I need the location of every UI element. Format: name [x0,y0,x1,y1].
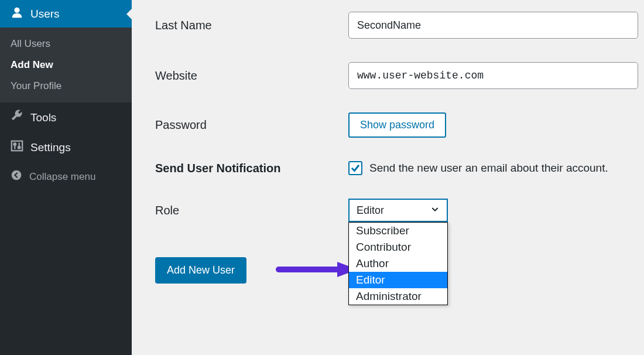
submenu-all-users[interactable]: All Users [0,33,132,54]
sliders-icon [11,139,23,155]
sidebar-item-users[interactable]: Users [0,0,132,28]
label-role: Role [155,204,348,217]
row-last-name: Last Name [155,12,644,39]
row-website: Website [155,62,644,89]
arrow-annotation-icon [276,261,358,281]
role-option-author[interactable]: Author [349,255,447,272]
label-website: Website [155,69,348,83]
label-last-name: Last Name [155,19,348,32]
notification-checkbox-label: Send the new user an email about their a… [369,162,608,175]
add-new-user-button[interactable]: Add New User [155,257,246,284]
wrench-icon [11,110,23,125]
role-select-wrap: Editor Subscriber Contributor Author Edi… [348,199,448,222]
collapse-label: Collapse menu [29,171,95,183]
collapse-menu[interactable]: Collapse menu [0,162,132,191]
row-notification: Send User Notification Send the new user… [155,161,644,175]
role-selected-value: Editor [357,204,384,217]
role-dropdown: Subscriber Contributor Author Editor Adm… [348,222,448,305]
notification-checkbox[interactable] [348,161,362,175]
sidebar-item-settings[interactable]: Settings [0,132,132,162]
role-option-administrator[interactable]: Administrator [349,288,447,305]
submenu-your-profile[interactable]: Your Profile [0,76,132,97]
row-role: Role Editor Subscriber Contributor Autho… [155,199,644,222]
svg-point-3 [14,143,16,145]
label-password: Password [155,118,348,132]
sidebar-item-tools[interactable]: Tools [0,103,132,132]
sidebar-item-label: Tools [30,111,56,124]
row-password: Password Show password [155,112,644,138]
role-option-editor[interactable]: Editor [349,272,447,288]
role-option-subscriber[interactable]: Subscriber [349,223,447,239]
role-option-contributor[interactable]: Contributor [349,239,447,255]
svg-point-5 [18,146,20,149]
sidebar-submenu: All Users Add New Your Profile [0,28,132,103]
role-select[interactable]: Editor [348,199,448,222]
admin-sidebar: Users All Users Add New Your Profile Too… [0,0,132,355]
check-icon [350,163,361,173]
chevron-down-icon [430,204,440,217]
sidebar-item-label: Users [30,8,60,21]
user-icon [11,6,23,22]
notification-control: Send the new user an email about their a… [348,161,608,175]
input-last-name[interactable] [348,12,638,39]
show-password-button[interactable]: Show password [348,112,446,138]
label-notification: Send User Notification [155,162,348,175]
svg-point-6 [12,170,22,180]
input-website[interactable] [348,62,638,89]
collapse-icon [11,169,22,184]
main-content: Last Name Website Password Show password… [132,0,644,355]
svg-point-0 [14,8,19,13]
sidebar-item-label: Settings [30,141,71,154]
svg-rect-1 [12,141,22,151]
submenu-add-new[interactable]: Add New [0,54,132,76]
